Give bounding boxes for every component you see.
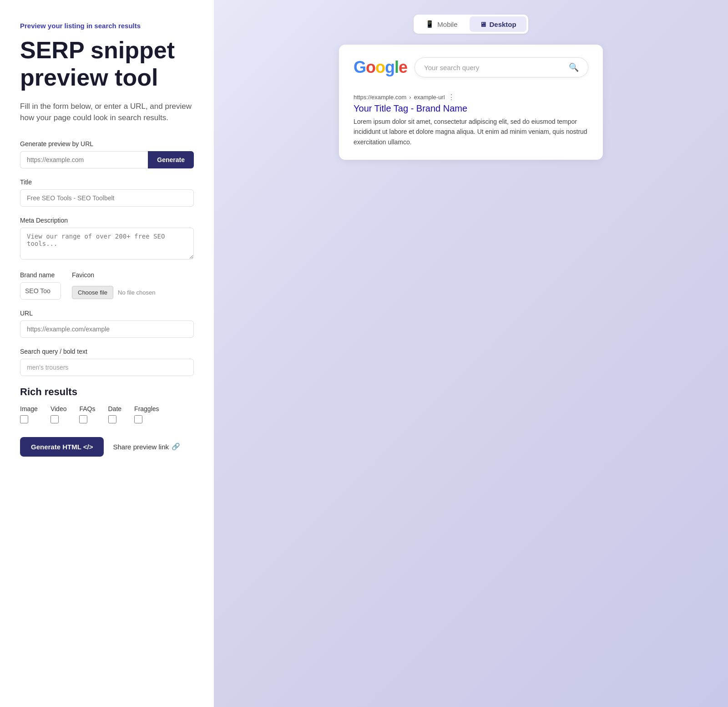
device-tab-mobile[interactable]: 📱Mobile [415, 16, 467, 32]
preview-label: Preview your listing in search results [20, 22, 194, 30]
url-generate-row: Generate [20, 151, 194, 168]
rich-result-checkbox-1[interactable] [51, 415, 59, 423]
url-generate-input[interactable] [20, 151, 148, 168]
google-o1: o [366, 58, 375, 77]
page-title: SERP snippet preview tool [20, 37, 194, 92]
google-search-bar: G o o g l e Your search query 🔍 [354, 57, 588, 77]
title-input[interactable] [20, 189, 194, 207]
google-l: l [394, 58, 399, 77]
generate-html-button[interactable]: Generate HTML </> [20, 437, 104, 457]
meta-description-input[interactable] [20, 228, 194, 259]
rich-result-checkbox-3[interactable] [108, 415, 116, 423]
serp-url-text: https://example.com [354, 94, 406, 101]
search-query-label: Search query / bold text [20, 348, 194, 355]
device-tab-desktop[interactable]: 🖥Desktop [470, 16, 526, 32]
rich-result-checkbox-4[interactable] [134, 415, 142, 423]
share-icon: 🔗 [172, 443, 180, 451]
rich-result-item: Image [20, 405, 38, 423]
device-tabs: 📱Mobile🖥Desktop [414, 15, 528, 34]
serp-url-row: https://example.com › example-url ⋮ [354, 93, 588, 102]
meta-description-label: Meta Description [20, 217, 194, 224]
rich-result-item: Date [108, 405, 122, 423]
search-query-input[interactable] [20, 359, 194, 376]
serp-title: Your Title Tag - Brand Name [354, 103, 588, 114]
rich-result-item: Fraggles [134, 405, 159, 423]
checkbox-row: Image Video FAQs Date Fraggles [20, 405, 194, 423]
page-subtitle: Fill in the form below, or enter a URL, … [20, 101, 193, 124]
rich-result-item: Video [51, 405, 67, 423]
serp-description: Lorem ipsum dolor sit amet, consectetur … [354, 117, 588, 147]
generate-html-label: Generate HTML </> [31, 443, 93, 451]
search-query-text: Your search query [424, 64, 479, 71]
share-link-label: Share preview link [113, 443, 169, 451]
rich-result-label-3: Date [108, 405, 122, 412]
title-label: Title [20, 178, 194, 186]
file-row: Choose file No file chosen [72, 286, 155, 299]
rich-result-label-0: Image [20, 405, 38, 412]
brand-name-input[interactable] [20, 282, 61, 300]
url-field-label: URL [20, 310, 194, 317]
url-field-input[interactable] [20, 320, 194, 338]
google-e: e [399, 58, 407, 77]
rich-result-checkbox-2[interactable] [79, 415, 87, 423]
brand-favicon-row: Brand name Favicon Choose file No file c… [20, 271, 194, 300]
url-section-label: Generate preview by URL [20, 140, 194, 148]
serp-breadcrumb: example-url [414, 94, 445, 101]
rich-result-label-4: Fraggles [134, 405, 159, 412]
tab-icon-0: 📱 [425, 20, 434, 28]
rich-result-item: FAQs [79, 405, 95, 423]
serp-result: https://example.com › example-url ⋮ Your… [354, 88, 588, 147]
left-panel: Preview your listing in search results S… [0, 0, 214, 707]
share-link-button[interactable]: Share preview link 🔗 [113, 443, 180, 451]
rich-results-title: Rich results [20, 386, 194, 398]
rich-result-label-1: Video [51, 405, 67, 412]
search-bar-input: Your search query 🔍 [415, 57, 588, 77]
choose-file-button[interactable]: Choose file [72, 286, 113, 299]
favicon-group: Favicon Choose file No file chosen [72, 271, 155, 299]
tab-label-1: Desktop [490, 20, 516, 28]
rich-results-section: Rich results Image Video FAQs Date Fragg… [20, 386, 194, 423]
serp-url-arrow: › [409, 94, 411, 101]
tab-icon-1: 🖥 [480, 20, 486, 28]
serp-preview-card: G o o g l e Your search query 🔍 https://… [339, 45, 603, 160]
rich-result-checkbox-0[interactable] [20, 415, 28, 423]
rich-result-label-2: FAQs [79, 405, 95, 412]
right-panel: 📱Mobile🖥Desktop G o o g l e Your search … [214, 0, 728, 707]
search-icon: 🔍 [569, 62, 579, 72]
google-logo: G o o g l e [354, 58, 407, 77]
tab-label-0: Mobile [437, 20, 457, 28]
favicon-label: Favicon [72, 271, 155, 279]
brand-name-label: Brand name [20, 271, 61, 279]
generate-button[interactable]: Generate [148, 151, 194, 168]
bottom-actions: Generate HTML </> Share preview link 🔗 [20, 437, 194, 457]
google-g2: g [385, 58, 394, 77]
no-file-text: No file chosen [118, 289, 155, 296]
google-o2: o [375, 58, 385, 77]
brand-group: Brand name [20, 271, 61, 300]
google-g: G [354, 58, 366, 77]
serp-dots-icon: ⋮ [448, 93, 455, 102]
